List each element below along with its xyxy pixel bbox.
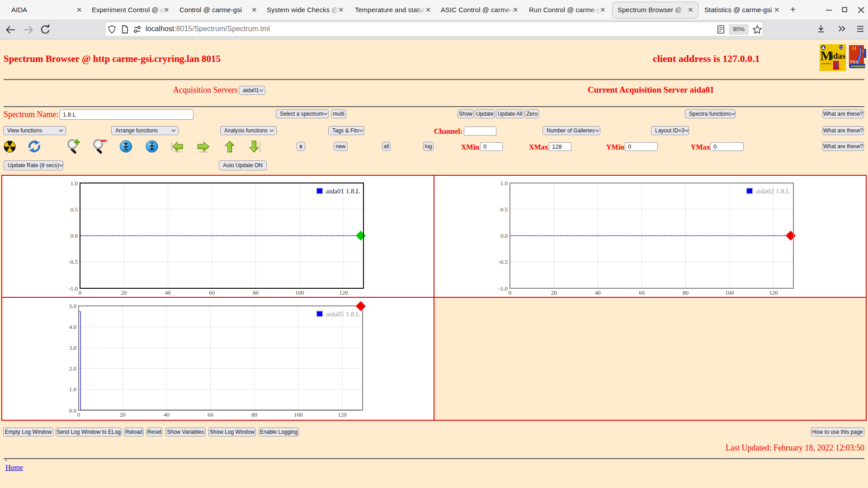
svg-text:-0.5: -0.5 — [498, 258, 508, 265]
svg-text:0.0: 0.0 — [71, 232, 78, 239]
svg-text:aida01 1.8.L: aida01 1.8.L — [326, 188, 360, 195]
svg-text:60: 60 — [208, 411, 213, 418]
svg-text:120: 120 — [769, 289, 778, 296]
svg-text:aida05 1.8.L: aida05 1.8.L — [326, 310, 360, 318]
svg-text:-1.0: -1.0 — [498, 285, 508, 292]
svg-text:40: 40 — [165, 289, 171, 296]
svg-text:100: 100 — [725, 289, 734, 296]
svg-text:5.0: 5.0 — [69, 303, 76, 310]
svg-text:80: 80 — [253, 289, 259, 296]
svg-text:aida02 1.8.L: aida02 1.8.L — [756, 188, 790, 195]
svg-text:powered by: powered by — [821, 63, 831, 65]
svg-text:-0.5: -0.5 — [68, 258, 78, 265]
svg-text:0: 0 — [79, 289, 82, 296]
svg-text:0: 0 — [77, 411, 80, 418]
svg-text:100: 100 — [295, 289, 304, 296]
svg-text:3.0: 3.0 — [69, 344, 76, 351]
svg-text:TCL: TCL — [850, 60, 859, 64]
svg-text:1.0: 1.0 — [69, 386, 76, 393]
svg-text:POWERED: POWERED — [851, 65, 866, 68]
svg-text:0.5: 0.5 — [500, 206, 508, 213]
svg-text:40: 40 — [595, 289, 601, 296]
svg-text:idas: idas — [831, 51, 846, 61]
svg-text:2.0: 2.0 — [69, 365, 76, 372]
svg-text:60: 60 — [209, 289, 215, 296]
svg-text:100: 100 — [294, 411, 303, 418]
svg-text:20: 20 — [121, 289, 127, 296]
svg-text:120: 120 — [338, 411, 347, 418]
svg-text:60: 60 — [639, 289, 645, 296]
svg-text:0.5: 0.5 — [71, 206, 78, 213]
svg-text:20: 20 — [551, 289, 557, 296]
svg-text:80: 80 — [683, 289, 689, 296]
svg-text:-1.0: -1.0 — [68, 285, 78, 292]
svg-text:0.0: 0.0 — [500, 232, 508, 239]
svg-text:0.0: 0.0 — [69, 407, 76, 414]
svg-text:1.0: 1.0 — [71, 180, 78, 187]
svg-text:T C L T K: T C L T K — [834, 68, 840, 70]
svg-text:4.0: 4.0 — [69, 324, 76, 330]
svg-text:40: 40 — [164, 411, 170, 418]
svg-text:0: 0 — [509, 289, 512, 296]
svg-text:120: 120 — [339, 289, 348, 296]
svg-text:1.0: 1.0 — [500, 180, 508, 187]
svg-text:80: 80 — [251, 411, 257, 418]
svg-text:20: 20 — [120, 411, 126, 418]
